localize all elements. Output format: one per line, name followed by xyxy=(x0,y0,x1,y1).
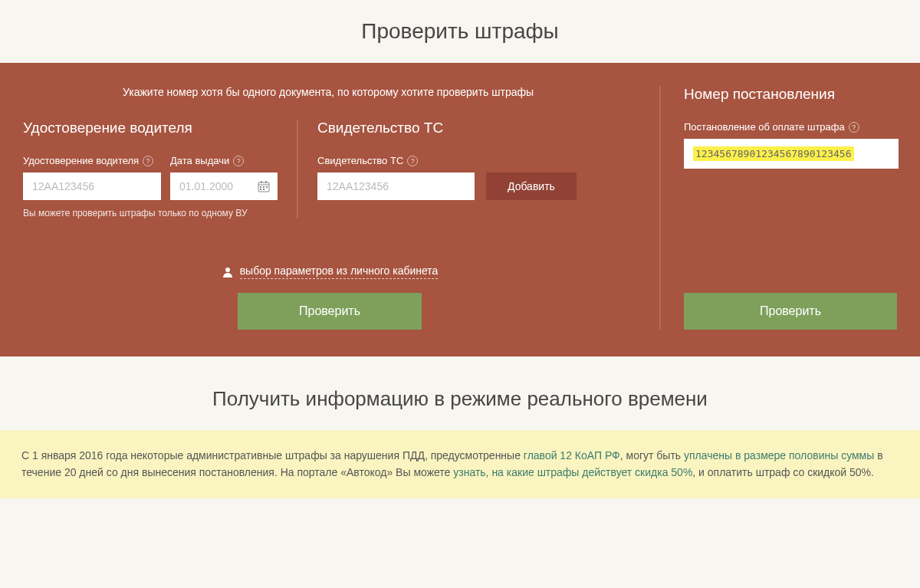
discount-info-link[interactable]: узнать, на какие штрафы действует скидка… xyxy=(453,466,692,478)
resolution-section-title: Номер постановления xyxy=(684,86,897,103)
koap-link[interactable]: главой 12 КоАП РФ xyxy=(524,449,620,462)
add-button[interactable]: Добавить xyxy=(486,172,577,200)
check-button-right[interactable]: Проверить xyxy=(684,293,897,330)
license-field-label: Удостоверение водителя ? xyxy=(23,155,161,166)
help-icon[interactable]: ? xyxy=(143,156,153,166)
help-icon[interactable]: ? xyxy=(233,156,244,166)
resolution-value-highlight: 12345678901234567890123456 xyxy=(693,146,854,161)
resolution-section: Номер постановления Постановление об опл… xyxy=(659,86,897,330)
half-payment-link[interactable]: уплачены в размере половины суммы xyxy=(684,449,874,462)
license-section-title: Удостоверение водителя xyxy=(23,120,278,136)
info-notice: С 1 января 2016 года некоторые администр… xyxy=(0,430,920,498)
certificate-field-label: Свидетельство ТС ? xyxy=(317,155,475,166)
person-icon xyxy=(222,266,234,278)
realtime-title: Получить информацию в режиме реального в… xyxy=(0,356,920,430)
check-button-left[interactable]: Проверить xyxy=(238,293,422,330)
date-field-label: Дата выдачи ? xyxy=(170,155,278,166)
license-section: Удостоверение водителя Удостоверение вод… xyxy=(23,120,297,218)
license-hint: Вы можете проверить штрафы только по одн… xyxy=(23,208,278,218)
personal-cabinet-link[interactable]: выбор параметров из личного кабинета xyxy=(222,264,439,279)
certificate-input[interactable] xyxy=(317,172,475,200)
resolution-field-label: Постановление об оплате штрафа ? xyxy=(684,121,897,133)
page-title: Проверить штрафы xyxy=(0,0,920,63)
issue-date-input[interactable] xyxy=(170,172,278,200)
resolution-input[interactable]: 12345678901234567890123456 xyxy=(684,139,899,169)
svg-point-9 xyxy=(225,268,230,272)
fines-check-panel: Укажите номер хотя бы одного документа, … xyxy=(0,63,920,356)
intro-text: Укажите номер хотя бы одного документа, … xyxy=(23,86,636,98)
certificate-section: Свидетельство ТС Свидетельство ТС ? Доба… xyxy=(297,120,636,218)
help-icon[interactable]: ? xyxy=(407,156,418,166)
license-input[interactable] xyxy=(23,172,161,200)
certificate-section-title: Свидетельство ТС xyxy=(317,120,636,136)
help-icon[interactable]: ? xyxy=(849,122,859,133)
